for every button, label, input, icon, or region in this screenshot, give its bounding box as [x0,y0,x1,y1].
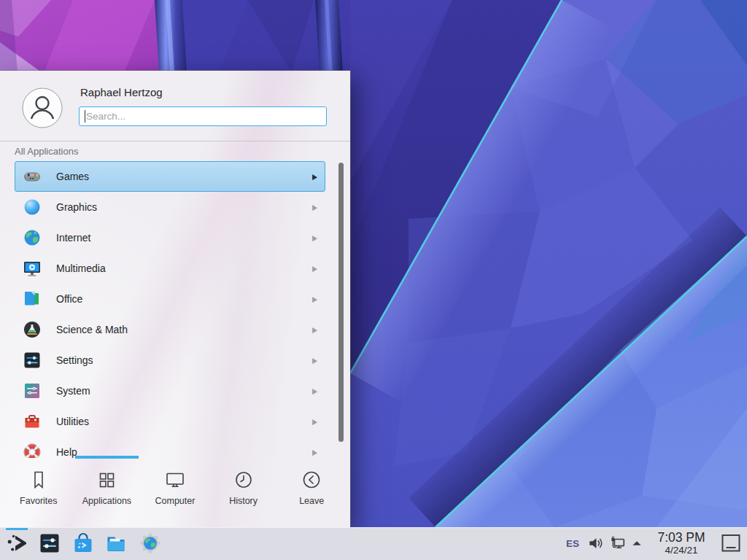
leave-icon [301,469,322,491]
tab-applications[interactable]: Applications [73,463,142,521]
user-name: Raphael Hertzog [80,86,163,98]
history-icon [233,469,255,491]
file-manager-button[interactable] [104,532,128,555]
show-desktop-button[interactable] [721,533,741,553]
search-field-wrap [79,106,327,126]
submenu-arrow-icon: ▶ [312,203,317,211]
office-icon [23,289,42,308]
menu-item-help[interactable]: Help▶ [15,437,325,458]
active-tab-indicator [75,456,139,459]
submenu-arrow-icon: ▶ [312,172,317,181]
menu-item-label: Multimedia [56,262,312,274]
favorites-icon [28,469,50,491]
games-icon [23,167,42,186]
clock-date: 4/24/21 [648,545,715,556]
menu-item-label: Internet [56,232,312,244]
web-browser-icon [139,532,162,555]
system-settings-icon [38,532,61,555]
menu-item-label: Office [56,293,312,305]
menu-item-internet[interactable]: Internet▶ [15,222,325,253]
graphics-icon [23,198,42,217]
menu-item-label: Science & Math [56,324,312,335]
tab-history[interactable]: History [209,463,278,521]
tab-label: History [229,496,258,506]
tab-computer[interactable]: Computer [141,463,209,521]
tab-favorites[interactable]: Favorites [4,463,73,521]
expand-tray-icon[interactable] [630,537,643,553]
tab-label: Leave [299,496,324,506]
section-label: All Applications [15,146,78,157]
system-settings-button[interactable] [38,532,61,555]
menu-item-label: Games [56,171,312,182]
menu-item-science-math[interactable]: Science & Math▶ [15,314,325,345]
kde-launcher-button[interactable] [6,532,29,555]
submenu-arrow-icon: ▶ [312,264,317,273]
active-task-indicator [6,528,28,530]
app-list: Games▶Graphics▶Internet▶Multimedia▶Offic… [15,161,325,458]
menu-item-label: Settings [56,354,312,366]
application-launcher-popup: Raphael Hertzog All Applications Games▶G… [0,71,350,527]
discover-icon [71,532,95,555]
web-browser-button[interactable] [139,532,162,555]
submenu-arrow-icon: ▶ [312,448,317,456]
internet-icon [23,228,42,247]
volume-icon[interactable] [588,535,604,551]
menu-item-label: Graphics [56,201,312,213]
keyboard-layout-indicator[interactable]: ES [566,527,579,560]
footer-tabs: FavoritesApplicationsComputerHistoryLeav… [4,463,346,521]
submenu-arrow-icon: ▶ [312,386,317,395]
tab-label: Favorites [20,496,57,506]
menu-item-multimedia[interactable]: Multimedia▶ [15,253,325,284]
submenu-arrow-icon: ▶ [312,325,317,334]
menu-item-office[interactable]: Office▶ [15,284,325,314]
multimedia-icon [23,259,42,278]
menu-item-utilities[interactable]: Utilities▶ [15,406,325,437]
header-separator [0,141,350,141]
user-avatar[interactable] [22,88,63,128]
computer-icon [164,469,186,491]
tab-label: Computer [155,496,196,506]
tab-label: Applications [82,496,131,506]
science-icon [23,320,42,339]
submenu-arrow-icon: ▶ [312,356,317,365]
system-icon [23,381,42,400]
clock-time: 7:03 PM [648,531,715,545]
tab-leave[interactable]: Leave [277,463,346,521]
text-cursor [85,110,85,122]
menu-item-settings[interactable]: Settings▶ [15,345,325,376]
applications-icon [96,469,117,491]
menu-item-games[interactable]: Games▶ [15,161,325,192]
file-manager-icon [104,532,128,555]
list-scrollbar[interactable] [338,163,344,442]
network-icon[interactable] [610,535,626,551]
discover-button[interactable] [71,532,95,555]
digital-clock[interactable]: 7:03 PM 4/24/21 [648,531,715,556]
submenu-arrow-icon: ▶ [312,417,317,426]
settings-icon [23,351,42,370]
menu-item-label: System [56,385,312,397]
utilities-icon [23,412,42,431]
kde-launcher-icon [6,532,29,555]
menu-item-graphics[interactable]: Graphics▶ [15,192,325,222]
submenu-arrow-icon: ▶ [312,233,317,242]
submenu-arrow-icon: ▶ [312,295,317,303]
menu-item-label: Utilities [56,416,312,427]
menu-item-system[interactable]: System▶ [15,376,325,406]
search-input[interactable] [79,106,327,126]
help-icon [23,443,42,458]
taskbar-panel: ES 7:03 PM 4/24/21 [0,527,747,560]
